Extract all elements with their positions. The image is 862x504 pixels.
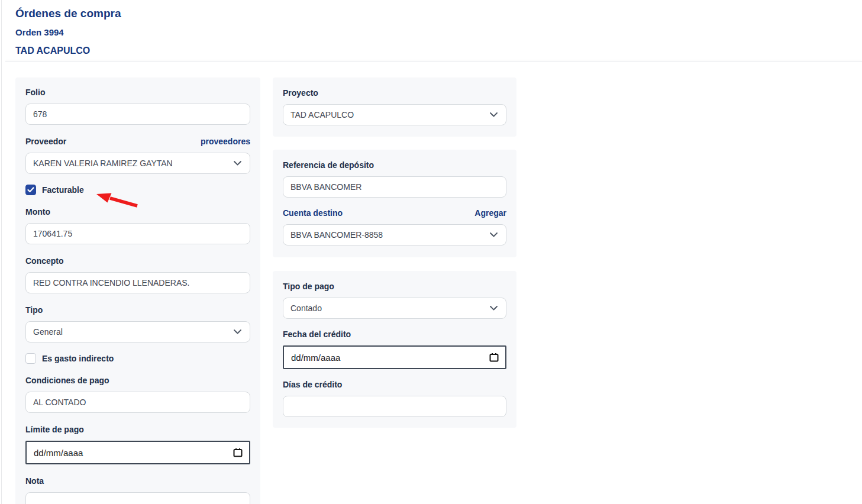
date-placeholder: dd/mm/aaaa — [34, 448, 83, 458]
date-placeholder: dd/mm/aaaa — [291, 353, 340, 363]
monto-input[interactable] — [25, 223, 250, 244]
condiciones-de-pago-label: Condiciones de pago — [25, 376, 250, 386]
order-form-card: Folio Proveedor proveedores KAREN VALERI… — [15, 77, 260, 504]
page-title: Órdenes de compra — [15, 7, 121, 20]
header-divider — [5, 62, 862, 62]
calendar-icon[interactable] — [233, 448, 243, 457]
folio-input[interactable] — [25, 104, 250, 125]
proveedor-label: Proveedor — [25, 137, 66, 147]
cuenta-destino-select-value: BBVA BANCOMER-8858 — [290, 230, 383, 240]
fecha-credito-date-input[interactable]: dd/mm/aaaa — [283, 345, 506, 369]
tipo-de-pago-select[interactable]: Contado — [283, 298, 506, 319]
proveedores-link[interactable]: proveedores — [201, 137, 250, 147]
condiciones-de-pago-input[interactable] — [25, 392, 250, 413]
limite-de-pago-label: Límite de pago — [25, 425, 250, 435]
chevron-down-icon — [234, 161, 241, 166]
chevron-down-icon — [490, 112, 498, 117]
order-number: Orden 3994 — [15, 27, 121, 38]
page-header: Órdenes de compra Orden 3994 TAD ACAPULC… — [15, 7, 121, 57]
cuenta-destino-label: Cuenta destino — [283, 208, 343, 218]
facturable-label: Facturable — [42, 185, 84, 195]
chevron-down-icon — [490, 232, 498, 237]
tipo-select-value: General — [33, 327, 63, 337]
concepto-input[interactable] — [25, 272, 250, 293]
chevron-down-icon — [234, 329, 241, 334]
nota-input[interactable] — [25, 492, 250, 504]
project-name: TAD ACAPULCO — [15, 45, 121, 57]
dias-credito-input[interactable] — [283, 396, 506, 417]
proyecto-select-value: TAD ACAPULCO — [290, 110, 354, 119]
fecha-credito-label: Fecha del crédito — [283, 329, 506, 340]
proveedor-select-value: KAREN VALERIA RAMIREZ GAYTAN — [33, 159, 173, 168]
monto-label: Monto — [25, 207, 250, 217]
proyecto-card: Proyecto TAD ACAPULCO — [273, 77, 516, 137]
proyecto-label: Proyecto — [283, 88, 506, 98]
proveedor-select[interactable]: KAREN VALERIA RAMIREZ GAYTAN — [25, 153, 250, 174]
facturable-checkbox[interactable] — [25, 185, 36, 195]
calendar-icon[interactable] — [489, 353, 499, 362]
cuenta-destino-select[interactable]: BBVA BANCOMER-8858 — [283, 224, 506, 245]
check-icon — [27, 187, 34, 193]
tipo-label: Tipo — [25, 305, 250, 315]
referencia-deposito-input[interactable] — [283, 176, 506, 198]
proyecto-select[interactable]: TAD ACAPULCO — [283, 104, 506, 125]
concepto-label: Concepto — [25, 256, 250, 266]
limite-de-pago-date-input[interactable]: dd/mm/aaaa — [25, 441, 250, 464]
referencia-deposito-label: Referencia de depósito — [283, 160, 506, 170]
es-gasto-indirecto-checkbox[interactable] — [25, 353, 36, 364]
deposito-card: Referencia de depósito Cuenta destino Ag… — [273, 150, 516, 257]
nota-label: Nota — [25, 476, 250, 486]
folio-label: Folio — [25, 88, 250, 98]
es-gasto-indirecto-label: Es gasto indirecto — [42, 354, 114, 363]
tipo-de-pago-label: Tipo de pago — [283, 282, 506, 292]
dias-credito-label: Días de crédito — [283, 380, 506, 390]
pago-card: Tipo de pago Contado Fecha del crédito d… — [273, 271, 516, 428]
tipo-select[interactable]: General — [25, 321, 250, 343]
window-left-border — [1, 0, 2, 504]
orden-compra-page: { "header": { "title": "Órdenes de compr… — [0, 0, 862, 504]
tipo-de-pago-select-value: Contado — [290, 303, 322, 313]
chevron-down-icon — [490, 306, 498, 311]
agregar-link[interactable]: Agregar — [474, 208, 506, 218]
